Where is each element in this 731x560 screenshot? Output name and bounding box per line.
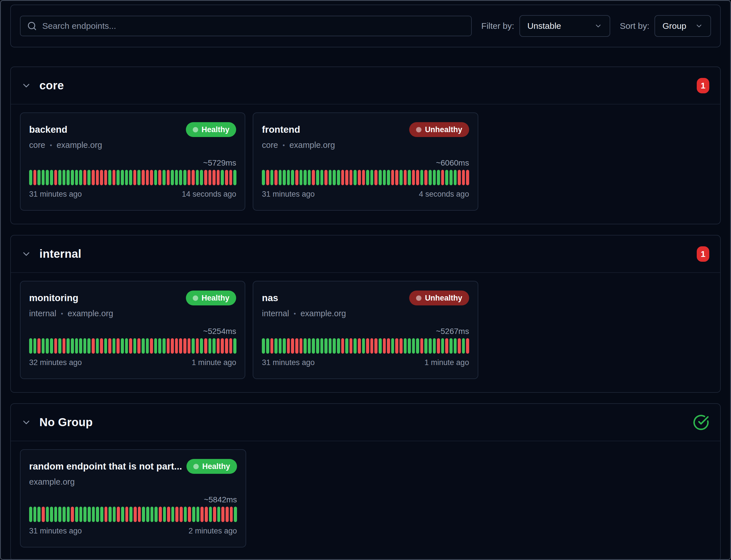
health-history-bars[interactable] [262, 170, 469, 185]
all-healthy-check-icon [693, 414, 709, 431]
health-bar [167, 338, 170, 354]
health-bar [212, 170, 215, 185]
health-bar [371, 338, 374, 354]
health-bar [167, 507, 170, 522]
health-bar [379, 338, 382, 354]
health-bar [353, 170, 356, 185]
oldest-timestamp: 31 minutes ago [262, 190, 315, 199]
endpoint-host: example.org [289, 140, 335, 150]
health-history-bars[interactable] [29, 170, 236, 185]
group-header[interactable]: No Group [11, 404, 720, 441]
filter-select[interactable]: Unstable [520, 15, 610, 37]
endpoint-group: core [29, 140, 45, 150]
health-bar [295, 170, 298, 185]
health-history-bars[interactable] [29, 338, 236, 354]
health-history-bars[interactable] [262, 338, 469, 354]
health-bar [33, 170, 37, 185]
health-bar [375, 170, 378, 185]
health-bar [171, 507, 174, 522]
health-bar [371, 170, 374, 185]
health-bar [46, 507, 49, 522]
health-bar [230, 507, 233, 522]
health-bar [383, 338, 386, 354]
health-bar [379, 170, 382, 185]
health-bar [29, 338, 32, 354]
search-input[interactable] [42, 21, 465, 31]
health-bar [50, 338, 53, 354]
health-bar [92, 170, 95, 185]
health-bar [58, 507, 61, 522]
health-bar [71, 507, 74, 522]
health-bar [63, 170, 66, 185]
chevron-down-icon [695, 22, 703, 30]
endpoint-card[interactable]: random endpoint that is not part... Heal… [20, 449, 246, 547]
sort-select[interactable]: Group [655, 15, 711, 37]
health-bar [129, 170, 132, 185]
search-box[interactable] [20, 16, 472, 36]
response-time: ~5729ms [29, 158, 236, 168]
endpoint-card[interactable]: nas Unhealthy internal • example.org ~52… [253, 281, 478, 379]
health-bar [458, 338, 461, 354]
health-history-bars[interactable] [29, 507, 237, 522]
endpoint-card[interactable]: monitoring Healthy internal • example.or… [20, 281, 245, 379]
oldest-timestamp: 31 minutes ago [29, 190, 82, 199]
health-bar [121, 507, 124, 522]
health-bar [125, 170, 128, 185]
endpoint-subtitle: example.org [29, 477, 237, 487]
health-bar [116, 170, 120, 185]
health-bar [179, 170, 182, 185]
health-bar [395, 170, 398, 185]
health-bar [108, 170, 111, 185]
health-bar [221, 507, 224, 522]
health-bar [146, 338, 149, 354]
health-bar [100, 170, 103, 185]
health-bar [429, 170, 432, 185]
health-bar [466, 338, 469, 354]
health-bar [262, 170, 265, 185]
oldest-timestamp: 31 minutes ago [262, 358, 315, 367]
health-bar [395, 338, 398, 354]
group-header[interactable]: core 1 [11, 67, 720, 104]
search-icon [27, 21, 37, 31]
status-label: Unhealthy [425, 125, 462, 134]
health-bar [312, 170, 315, 185]
health-bar [437, 170, 440, 185]
health-bar [441, 170, 444, 185]
health-bar [433, 170, 436, 185]
health-bar [196, 170, 199, 185]
health-bar [71, 170, 74, 185]
endpoint-card[interactable]: backend Healthy core • example.org ~5729… [20, 112, 245, 211]
health-bar [312, 338, 315, 354]
endpoint-card-footer: 31 minutes ago 2 minutes ago [29, 527, 237, 535]
endpoint-card[interactable]: frontend Unhealthy core • example.org ~6… [253, 112, 478, 211]
oldest-timestamp: 31 minutes ago [29, 527, 82, 535]
health-bar [424, 338, 428, 354]
health-bar [133, 338, 136, 354]
group-header[interactable]: internal 1 [11, 235, 720, 273]
health-bar [71, 338, 74, 354]
group-section: core 1 backend Healthy core • example.or… [10, 67, 721, 224]
health-bar [270, 338, 273, 354]
health-bar [125, 507, 128, 522]
newest-timestamp: 1 minute ago [425, 358, 469, 367]
endpoint-name: backend [29, 122, 67, 137]
health-bar [137, 170, 140, 185]
health-bar [117, 507, 120, 522]
health-bar [88, 507, 91, 522]
health-bar [83, 507, 86, 522]
health-bar [104, 507, 108, 522]
status-label: Healthy [202, 462, 230, 471]
health-bar [121, 338, 124, 354]
health-bar [466, 170, 469, 185]
chevron-down-icon [594, 22, 602, 30]
health-bar [46, 338, 49, 354]
endpoint-card-footer: 31 minutes ago 4 seconds ago [262, 190, 469, 199]
health-bar [154, 170, 157, 185]
health-bar [87, 170, 90, 185]
separator-dot: • [61, 310, 63, 317]
health-bar [96, 170, 99, 185]
endpoint-card-top: random endpoint that is not part... Heal… [29, 459, 237, 474]
health-bar [50, 170, 53, 185]
health-bar [104, 338, 107, 354]
group-title: internal [39, 247, 81, 260]
